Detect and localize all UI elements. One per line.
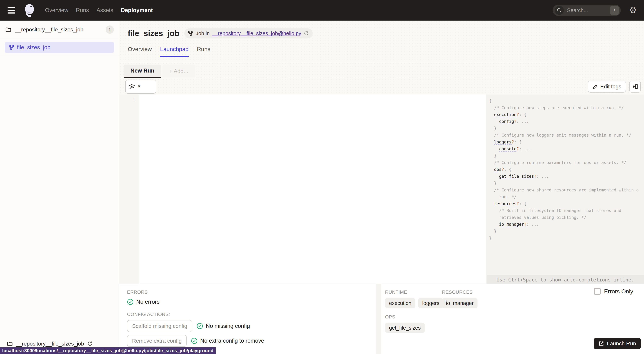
- check-circle-icon: [191, 337, 198, 344]
- config-schema-code: { /* Configure how steps are executed wi…: [489, 97, 644, 241]
- scaffold-missing-config-button[interactable]: Scaffold missing config: [127, 320, 192, 332]
- schema-line: {: [489, 97, 644, 104]
- sidebar-item-file_sizes_job[interactable]: file_sizes_job: [5, 42, 114, 53]
- config-editor[interactable]: [139, 95, 486, 284]
- schema-line: get_file_sizes?: ...: [489, 173, 644, 180]
- config-action-rows: Scaffold missing configNo missing config…: [127, 320, 376, 347]
- folder-icon: [5, 26, 12, 33]
- run-preview-panel: RUNTIMEexecutionloggersRESOURCESio_manag…: [381, 284, 644, 354]
- sidebar-repo-count-badge: 1: [106, 26, 114, 34]
- schema-line: /* Configure how loggers emit messages w…: [489, 132, 644, 138]
- launchpad-toolbar: * Edit tags: [119, 78, 644, 95]
- sidebar-divider: [0, 56, 119, 56]
- schema-line: }: [489, 228, 644, 235]
- errors-only-checkbox[interactable]: [594, 288, 601, 295]
- nav-right: / ⚙: [553, 5, 638, 16]
- refresh-icon[interactable]: [87, 341, 93, 346]
- schema-line: }: [489, 235, 644, 241]
- main-content: file_sizes_job Job in __repository__file…: [119, 21, 644, 354]
- sidebar-footer-repo[interactable]: __repository__file_sizes_job: [7, 341, 93, 347]
- launch-external-icon: [598, 341, 604, 346]
- schema-line: ops?: {: [489, 166, 644, 173]
- no-errors-label: No errors: [136, 299, 160, 305]
- tag-group-title: RUNTIME: [385, 289, 438, 295]
- check-circle-icon: [196, 323, 203, 329]
- pencil-icon: [592, 84, 598, 89]
- schema-line: }: [489, 180, 644, 187]
- sidebar-repo-row[interactable]: __repository__file_sizes_job 1: [0, 21, 119, 39]
- job-tabs: OverviewLaunchpadRuns: [128, 46, 644, 57]
- tag-pills: io_manager: [442, 298, 644, 308]
- schema-line: io_manager?: ...: [489, 221, 644, 228]
- job-header: file_sizes_job Job in __repository__file…: [119, 21, 644, 62]
- search-box[interactable]: /: [553, 5, 621, 16]
- launch-run-button[interactable]: Launch Run: [594, 338, 641, 349]
- panel-divider: [376, 284, 381, 354]
- status-url-tooltip: localhost:3000/locations/__repository__f…: [0, 347, 216, 354]
- schema-line: }: [489, 152, 644, 159]
- errors-title: ERRORS: [127, 289, 376, 295]
- config-action-status-label: No missing config: [206, 323, 250, 329]
- schema-line: run. */: [489, 194, 644, 200]
- gear-icon[interactable]: ⚙: [629, 6, 637, 15]
- tag-loggers[interactable]: loggers: [418, 298, 443, 308]
- errors-panel: ERRORS No errors CONFIG ACTIONS: Scaffol…: [119, 284, 376, 354]
- edit-tags-button[interactable]: Edit tags: [588, 81, 626, 93]
- menu-icon[interactable]: [8, 7, 15, 14]
- toggle-second-pane-button[interactable]: [629, 81, 641, 93]
- nav-items: OverviewRunsAssetsDeployment: [45, 7, 153, 14]
- tag-get_file_sizes[interactable]: get_file_sizes: [385, 323, 425, 333]
- tag-execution[interactable]: execution: [385, 298, 415, 308]
- errors-only-toggle[interactable]: Errors Only: [594, 288, 633, 295]
- tab-runs[interactable]: Runs: [197, 46, 210, 57]
- sidebar-footer-repo-name: __repository__file_sizes_job: [16, 341, 84, 347]
- job-origin-prefix: Job in: [196, 31, 210, 37]
- tag-io_manager[interactable]: io_manager: [442, 298, 478, 308]
- page-title: file_sizes_job: [128, 29, 179, 38]
- schema-line: /* Built-in filesystem IO manager that s…: [489, 207, 644, 214]
- refresh-icon[interactable]: [304, 31, 309, 36]
- bottom-panel: ERRORS No errors CONFIG ACTIONS: Scaffol…: [119, 284, 644, 354]
- sidebar-repo-name: __repository__file_sizes_job: [15, 27, 102, 33]
- errors-only-label: Errors Only: [604, 288, 633, 295]
- config-action-status: No extra config to remove: [191, 337, 264, 344]
- search-input[interactable]: [567, 7, 608, 14]
- tag-group-ops: OPSget_file_sizes: [385, 314, 644, 333]
- launch-run-label: Launch Run: [607, 340, 636, 346]
- nav-item-assets[interactable]: Assets: [96, 7, 113, 14]
- op-selector-value: *: [138, 83, 140, 91]
- play-panel-icon: [632, 84, 638, 90]
- schema-line: config?: ...: [489, 118, 644, 125]
- nav-item-deployment[interactable]: Deployment: [121, 7, 153, 14]
- op-selector-input[interactable]: *: [125, 80, 156, 94]
- tag-pills: get_file_sizes: [385, 323, 644, 333]
- sidebar-job-list: file_sizes_job: [0, 42, 119, 53]
- app-body: __repository__file_sizes_job 1 file_size…: [0, 21, 644, 354]
- edit-tags-label: Edit tags: [600, 84, 621, 90]
- nav-item-runs[interactable]: Runs: [76, 7, 89, 14]
- remove-extra-config-button[interactable]: Remove extra config: [127, 335, 187, 347]
- config-action-status-label: No extra config to remove: [200, 337, 264, 344]
- no-errors-status: No errors: [127, 299, 376, 305]
- run-tab-add[interactable]: + Add...: [162, 65, 195, 78]
- job-origin-badge: Job in __repository__file_sizes_job@hell…: [184, 28, 313, 39]
- schema-line: loggers?: {: [489, 138, 644, 145]
- config-schema-panel: { /* Configure how steps are executed wi…: [486, 95, 644, 284]
- job-graph-icon: [9, 45, 14, 50]
- folder-icon: [7, 341, 13, 347]
- run-tab-new-run[interactable]: New Run: [124, 65, 161, 78]
- job-graph-icon: [188, 31, 193, 36]
- nav-item-overview[interactable]: Overview: [45, 7, 68, 14]
- sidebar-item-label: file_sizes_job: [17, 44, 50, 51]
- search-icon: [555, 6, 564, 15]
- tab-overview[interactable]: Overview: [128, 46, 152, 57]
- tab-launchpad[interactable]: Launchpad: [160, 46, 188, 57]
- schema-line: /* Configure how steps are executed with…: [489, 104, 644, 111]
- dagster-logo-icon[interactable]: [23, 3, 36, 17]
- run-config-tabs: New Run+ Add...: [119, 62, 644, 78]
- schema-line: resources?: {: [489, 200, 644, 207]
- job-origin-link[interactable]: __repository__file_sizes_job@hello.py: [212, 31, 301, 37]
- config-action-status: No missing config: [196, 323, 250, 329]
- top-nav: OverviewRunsAssetsDeployment / ⚙: [0, 0, 644, 21]
- schema-line: /* Configure how shared resources are im…: [489, 187, 644, 194]
